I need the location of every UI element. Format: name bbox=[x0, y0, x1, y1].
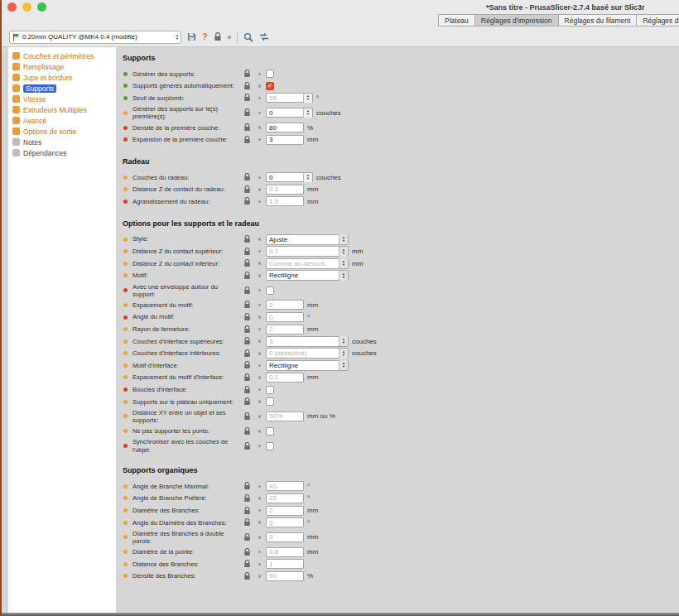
diametre-des-branches-a-double-parois-input[interactable]: 3 bbox=[266, 532, 304, 542]
motif-d-interface-select[interactable]: Rectiligne▴▾ bbox=[266, 360, 349, 371]
lock-icon[interactable] bbox=[240, 494, 253, 503]
tab-reglages-de-l-imprimante[interactable]: Réglages de l'imprimante bbox=[636, 14, 679, 26]
densite-des-branches-input[interactable]: 50 bbox=[266, 571, 304, 581]
lock-icon[interactable] bbox=[240, 108, 253, 117]
preset-combo[interactable]: 0.20mm QUALITY @MK4 0.4 (modifié) ▴▾ bbox=[9, 31, 181, 44]
tab-reglages-du-filament[interactable]: Réglages du filament bbox=[558, 14, 638, 26]
sidebar: Couches et périmètresRemplissageJupe et … bbox=[8, 47, 116, 613]
diametre-de-la-pointe-input[interactable]: 0.8 bbox=[266, 547, 304, 557]
zoom-window-button[interactable] bbox=[37, 2, 46, 12]
sidebar-item-options-de-sortie[interactable]: Options de sortie bbox=[8, 126, 116, 137]
compare-presets-icon[interactable] bbox=[259, 32, 269, 41]
lock-icon[interactable] bbox=[240, 482, 253, 490]
lock-icon[interactable] bbox=[240, 507, 253, 515]
lock-icon[interactable] bbox=[240, 82, 253, 90]
couches-du-radeau-input[interactable]: 0▴▾ bbox=[266, 172, 313, 182]
supports-sur-le-plateau-uniquement-checkbox[interactable] bbox=[266, 397, 274, 406]
angle-du-diametre-des-branches-input[interactable]: 5 bbox=[266, 517, 304, 527]
sidebar-item-supports[interactable]: Supports bbox=[8, 83, 116, 94]
sidebar-item-notes[interactable]: Notes bbox=[8, 137, 116, 147]
sidebar-item-avance[interactable]: Avancé bbox=[8, 115, 116, 126]
spin-down-icon[interactable]: ▾ bbox=[307, 113, 309, 116]
avec-une-enveloppe-autour-du-support-checkbox[interactable] bbox=[266, 286, 274, 295]
lock-icon[interactable] bbox=[240, 70, 253, 78]
lock-icon[interactable] bbox=[240, 272, 253, 280]
sidebar-item-jupe-et-bordure[interactable]: Jupe et bordure bbox=[8, 72, 116, 83]
densite-de-la-premiere-couche-input[interactable]: 80 bbox=[266, 123, 304, 132]
distance-des-branches-input[interactable]: 1 bbox=[266, 559, 304, 569]
lock-icon[interactable] bbox=[240, 412, 253, 421]
supports-generes-automatiquement-checkbox[interactable]: ✓ bbox=[266, 82, 274, 90]
generer-des-supports-sur-le-s-premiere-s-input[interactable]: 0▴▾ bbox=[266, 108, 313, 118]
lock-icon[interactable] bbox=[240, 197, 253, 205]
distance-z-du-contact-superieur-select[interactable]: 0.2▴▾ bbox=[266, 246, 349, 257]
lock-icon[interactable] bbox=[240, 337, 253, 345]
search-icon[interactable] bbox=[243, 32, 253, 42]
lock-icon[interactable] bbox=[240, 301, 253, 309]
sidebar-item-dependances[interactable]: Dépendances bbox=[8, 147, 116, 158]
control-cell: 2mm bbox=[266, 506, 671, 516]
lock-icon[interactable] bbox=[240, 533, 253, 541]
lock-icon[interactable] bbox=[240, 572, 253, 580]
lock-icon[interactable] bbox=[240, 123, 253, 132]
lock-icon[interactable] bbox=[240, 518, 253, 527]
lock-icon[interactable] bbox=[240, 325, 253, 334]
generer-des-supports-checkbox[interactable] bbox=[266, 70, 274, 78]
stepper-arrows[interactable]: ▴▾ bbox=[303, 94, 312, 103]
ne-pas-supporter-les-ponts-checkbox[interactable] bbox=[266, 427, 274, 436]
close-window-button[interactable] bbox=[7, 2, 17, 12]
revert-dot-icon bbox=[258, 73, 262, 76]
angle-de-branche-prefere-input[interactable]: 25 bbox=[266, 493, 304, 503]
help-button[interactable]: ? bbox=[202, 32, 208, 41]
lock-icon[interactable] bbox=[240, 397, 253, 406]
lock-icon[interactable] bbox=[240, 94, 253, 102]
lock-icon[interactable] bbox=[240, 442, 253, 450]
minimize-window-button[interactable] bbox=[22, 2, 31, 12]
lock-preset-icon[interactable] bbox=[214, 32, 222, 41]
lock-icon[interactable] bbox=[240, 313, 253, 321]
distance-xy-entre-un-objet-et-ses-supports-input[interactable]: 50% bbox=[266, 411, 304, 421]
stepper-arrows[interactable]: ▴▾ bbox=[303, 173, 312, 182]
angle-du-motif-input[interactable]: 0 bbox=[266, 312, 304, 322]
distance-z-de-contact-du-radeau-input[interactable]: 0.2 bbox=[266, 185, 304, 195]
agrandissement-du-radeau-input[interactable]: 1.5 bbox=[266, 196, 304, 206]
diametre-des-branches-input[interactable]: 2 bbox=[266, 506, 304, 516]
motif-select[interactable]: Rectiligne▴▾ bbox=[266, 270, 349, 281]
expansion-de-la-premiere-couche-input[interactable]: 3 bbox=[266, 135, 304, 145]
stepper-arrows[interactable]: ▴▾ bbox=[303, 108, 312, 118]
lock-icon[interactable] bbox=[240, 560, 253, 568]
spin-down-icon[interactable]: ▾ bbox=[307, 177, 309, 180]
style-select[interactable]: Ajusté▴▾ bbox=[266, 234, 349, 245]
distance-z-du-contact-inferieur-select[interactable]: Comme au-dessus▴▾ bbox=[266, 258, 349, 269]
lock-icon[interactable] bbox=[240, 136, 253, 144]
couches-d-interface-superieures-select[interactable]: 3▴▾ bbox=[266, 336, 349, 347]
lock-icon[interactable] bbox=[240, 185, 253, 194]
espacement-du-motif-d-interface-input[interactable]: 0.2 bbox=[266, 373, 304, 383]
lock-icon[interactable] bbox=[240, 173, 253, 181]
couches-d-interface-inferieures-select[interactable]: 0 (désactivé)▴▾ bbox=[266, 348, 349, 359]
seuil-de-surplomb-input[interactable]: 55▴▾ bbox=[266, 93, 313, 103]
espacement-du-motif-input[interactable]: 2 bbox=[266, 300, 304, 310]
sidebar-item-extrudeurs-multiples[interactable]: Extrudeurs Multiples bbox=[8, 104, 116, 115]
lock-icon[interactable] bbox=[240, 548, 253, 556]
tab-plateau[interactable]: Plateau bbox=[438, 14, 475, 26]
save-preset-icon[interactable] bbox=[187, 32, 196, 41]
sidebar-item-vitesse[interactable]: Vitesse bbox=[8, 94, 116, 104]
boucles-d-interface-checkbox[interactable] bbox=[266, 386, 274, 394]
lock-icon[interactable] bbox=[240, 259, 253, 267]
lock-icon[interactable] bbox=[240, 349, 253, 358]
tab-reglages-d-impression[interactable]: Réglages d'impression bbox=[474, 14, 559, 26]
rayon-de-fermeture-input[interactable]: 2 bbox=[266, 325, 304, 334]
sidebar-item-couches-et-perimetres[interactable]: Couches et périmètres bbox=[8, 51, 116, 61]
lock-icon[interactable] bbox=[240, 286, 253, 295]
lock-icon[interactable] bbox=[240, 386, 253, 394]
angle-de-branche-maximal-input[interactable]: 40 bbox=[266, 481, 304, 491]
sidebar-item-remplissage[interactable]: Remplissage bbox=[8, 61, 116, 72]
lock-icon[interactable] bbox=[240, 373, 253, 382]
lock-icon[interactable] bbox=[240, 427, 253, 436]
lock-icon[interactable] bbox=[240, 235, 253, 243]
lock-icon[interactable] bbox=[240, 361, 253, 369]
spin-down-icon[interactable]: ▾ bbox=[307, 98, 309, 101]
lock-icon[interactable] bbox=[240, 248, 253, 256]
synchroniser-avec-les-couches-de-l-objet-checkbox[interactable] bbox=[266, 442, 274, 450]
